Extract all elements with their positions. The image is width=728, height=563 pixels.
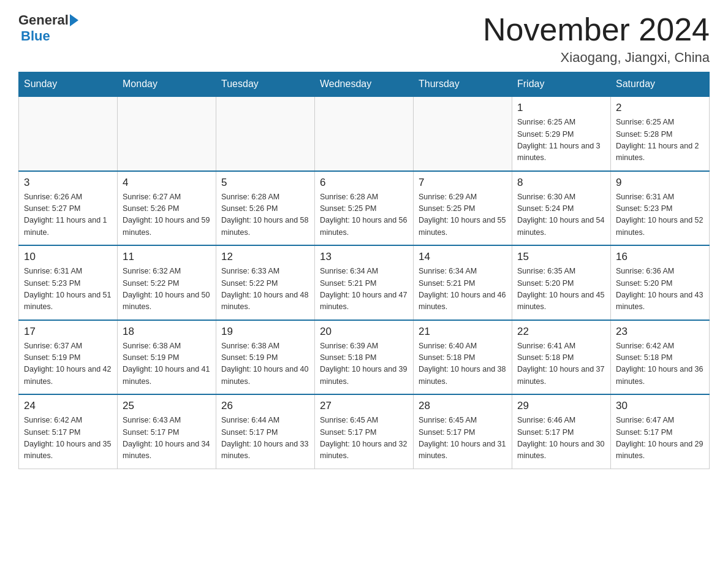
day-info: Sunrise: 6:37 AMSunset: 5:19 PMDaylight:… [24,340,112,388]
day-number: 29 [517,400,605,412]
day-info: Sunrise: 6:41 AMSunset: 5:18 PMDaylight:… [517,340,605,388]
calendar-cell: 27Sunrise: 6:45 AMSunset: 5:17 PMDayligh… [315,394,414,469]
day-number: 3 [24,177,112,189]
week-row-1: 1Sunrise: 6:25 AMSunset: 5:29 PMDaylight… [19,96,710,171]
day-info: Sunrise: 6:43 AMSunset: 5:17 PMDaylight:… [123,415,211,462]
calendar-cell: 1Sunrise: 6:25 AMSunset: 5:29 PMDaylight… [512,96,611,171]
month-title: November 2024 [483,12,710,47]
day-number: 10 [24,251,112,263]
calendar-cell: 10Sunrise: 6:31 AMSunset: 5:23 PMDayligh… [19,245,118,320]
calendar-cell: 18Sunrise: 6:38 AMSunset: 5:19 PMDayligh… [118,320,216,395]
calendar-cell: 5Sunrise: 6:28 AMSunset: 5:26 PMDaylight… [216,171,315,246]
day-number: 2 [616,102,704,114]
day-info: Sunrise: 6:33 AMSunset: 5:22 PMDaylight:… [221,266,309,313]
day-info: Sunrise: 6:45 AMSunset: 5:17 PMDaylight:… [320,415,408,462]
calendar-header-row: SundayMondayTuesdayWednesdayThursdayFrid… [19,72,710,97]
calendar-cell: 15Sunrise: 6:35 AMSunset: 5:20 PMDayligh… [512,245,611,320]
day-info: Sunrise: 6:34 AMSunset: 5:21 PMDaylight:… [320,266,408,313]
calendar-cell: 29Sunrise: 6:46 AMSunset: 5:17 PMDayligh… [512,394,611,469]
day-info: Sunrise: 6:26 AMSunset: 5:27 PMDaylight:… [24,191,112,239]
day-number: 20 [320,326,408,338]
day-info: Sunrise: 6:32 AMSunset: 5:22 PMDaylight:… [123,266,211,313]
logo-blue: Blue [21,28,50,44]
day-number: 12 [221,251,309,263]
week-row-3: 10Sunrise: 6:31 AMSunset: 5:23 PMDayligh… [19,245,710,320]
day-number: 26 [221,400,309,412]
day-info: Sunrise: 6:36 AMSunset: 5:20 PMDaylight:… [616,266,704,313]
day-info: Sunrise: 6:25 AMSunset: 5:28 PMDaylight:… [616,117,704,164]
calendar-cell: 3Sunrise: 6:26 AMSunset: 5:27 PMDaylight… [19,171,118,246]
calendar-cell: 8Sunrise: 6:30 AMSunset: 5:24 PMDaylight… [512,171,611,246]
calendar-header-sunday: Sunday [19,72,118,97]
calendar-cell: 19Sunrise: 6:38 AMSunset: 5:19 PMDayligh… [216,320,315,395]
calendar-cell: 4Sunrise: 6:27 AMSunset: 5:26 PMDaylight… [118,171,216,246]
week-row-2: 3Sunrise: 6:26 AMSunset: 5:27 PMDaylight… [19,171,710,246]
day-number: 21 [419,326,507,338]
calendar-cell [216,96,315,171]
calendar-header-thursday: Thursday [414,72,512,97]
day-number: 8 [517,177,605,189]
week-row-5: 24Sunrise: 6:42 AMSunset: 5:17 PMDayligh… [19,394,710,469]
day-number: 7 [419,177,507,189]
calendar-cell: 21Sunrise: 6:40 AMSunset: 5:18 PMDayligh… [414,320,512,395]
day-number: 11 [123,251,211,263]
calendar-cell: 14Sunrise: 6:34 AMSunset: 5:21 PMDayligh… [414,245,512,320]
day-number: 4 [123,177,211,189]
day-number: 25 [123,400,211,412]
calendar-cell: 7Sunrise: 6:29 AMSunset: 5:25 PMDaylight… [414,171,512,246]
day-number: 1 [517,102,605,114]
day-number: 15 [517,251,605,263]
day-number: 30 [616,400,704,412]
location-label: Xiaogang, Jiangxi, China [483,50,710,66]
calendar-cell: 22Sunrise: 6:41 AMSunset: 5:18 PMDayligh… [512,320,611,395]
logo-general: General [18,12,69,28]
day-info: Sunrise: 6:27 AMSunset: 5:26 PMDaylight:… [123,191,211,239]
calendar-cell [19,96,118,171]
calendar-cell: 23Sunrise: 6:42 AMSunset: 5:18 PMDayligh… [611,320,710,395]
day-number: 13 [320,251,408,263]
calendar-cell: 9Sunrise: 6:31 AMSunset: 5:23 PMDaylight… [611,171,710,246]
calendar-cell: 12Sunrise: 6:33 AMSunset: 5:22 PMDayligh… [216,245,315,320]
day-info: Sunrise: 6:47 AMSunset: 5:17 PMDaylight:… [616,415,704,462]
calendar-cell [118,96,216,171]
day-info: Sunrise: 6:39 AMSunset: 5:18 PMDaylight:… [320,340,408,388]
day-number: 17 [24,326,112,338]
week-row-4: 17Sunrise: 6:37 AMSunset: 5:19 PMDayligh… [19,320,710,395]
day-info: Sunrise: 6:38 AMSunset: 5:19 PMDaylight:… [221,340,309,388]
page-header: General Blue November 2024 Xiaogang, Jia… [18,12,710,66]
day-info: Sunrise: 6:29 AMSunset: 5:25 PMDaylight:… [419,191,507,239]
day-number: 5 [221,177,309,189]
day-info: Sunrise: 6:25 AMSunset: 5:29 PMDaylight:… [517,117,605,164]
day-info: Sunrise: 6:42 AMSunset: 5:17 PMDaylight:… [24,415,112,462]
day-info: Sunrise: 6:31 AMSunset: 5:23 PMDaylight:… [616,191,704,239]
calendar-cell: 2Sunrise: 6:25 AMSunset: 5:28 PMDaylight… [611,96,710,171]
calendar-cell [315,96,414,171]
calendar-cell: 16Sunrise: 6:36 AMSunset: 5:20 PMDayligh… [611,245,710,320]
calendar-cell: 30Sunrise: 6:47 AMSunset: 5:17 PMDayligh… [611,394,710,469]
day-number: 19 [221,326,309,338]
title-section: November 2024 Xiaogang, Jiangxi, China [483,12,710,66]
day-number: 22 [517,326,605,338]
calendar-cell: 11Sunrise: 6:32 AMSunset: 5:22 PMDayligh… [118,245,216,320]
day-number: 23 [616,326,704,338]
day-number: 27 [320,400,408,412]
calendar-cell: 24Sunrise: 6:42 AMSunset: 5:17 PMDayligh… [19,394,118,469]
calendar-cell: 20Sunrise: 6:39 AMSunset: 5:18 PMDayligh… [315,320,414,395]
day-info: Sunrise: 6:45 AMSunset: 5:17 PMDaylight:… [419,415,507,462]
calendar-table: SundayMondayTuesdayWednesdayThursdayFrid… [18,72,710,469]
calendar-header-tuesday: Tuesday [216,72,315,97]
day-info: Sunrise: 6:28 AMSunset: 5:25 PMDaylight:… [320,191,408,239]
calendar-header-friday: Friday [512,72,611,97]
day-info: Sunrise: 6:28 AMSunset: 5:26 PMDaylight:… [221,191,309,239]
day-number: 18 [123,326,211,338]
day-info: Sunrise: 6:31 AMSunset: 5:23 PMDaylight:… [24,266,112,313]
logo-arrow-icon [70,14,78,26]
calendar-cell: 17Sunrise: 6:37 AMSunset: 5:19 PMDayligh… [19,320,118,395]
day-number: 16 [616,251,704,263]
day-info: Sunrise: 6:46 AMSunset: 5:17 PMDaylight:… [517,415,605,462]
day-info: Sunrise: 6:35 AMSunset: 5:20 PMDaylight:… [517,266,605,313]
day-number: 9 [616,177,704,189]
day-info: Sunrise: 6:34 AMSunset: 5:21 PMDaylight:… [419,266,507,313]
calendar-cell: 6Sunrise: 6:28 AMSunset: 5:25 PMDaylight… [315,171,414,246]
day-number: 6 [320,177,408,189]
